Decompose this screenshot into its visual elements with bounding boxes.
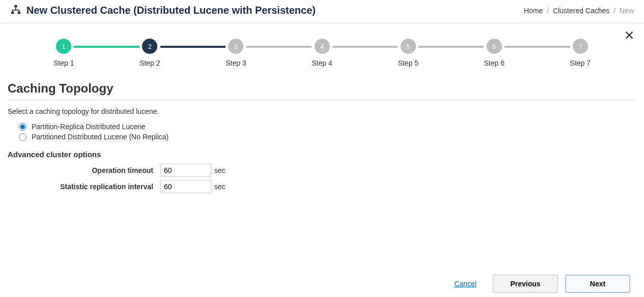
breadcrumb-current: New	[620, 7, 634, 15]
radio-partition-replica[interactable]	[19, 123, 26, 131]
statistic-interval-input[interactable]	[160, 180, 211, 193]
breadcrumb: Home / Clustered Caches / New	[524, 7, 634, 15]
radio-partition-replica-label[interactable]: Partition-Replica Distributed Lucene	[32, 123, 145, 131]
step-1[interactable]: 1 Step 1	[53, 39, 74, 67]
svg-rect-0	[14, 5, 17, 8]
breadcrumb-home[interactable]: Home	[524, 7, 543, 15]
sitemap-icon	[10, 4, 21, 17]
step-4[interactable]: 4 Step 4	[312, 39, 332, 67]
stepper: 1 Step 1 2 Step 2 3 Step 3 4 Step 4 5 St…	[8, 23, 636, 72]
page-header: New Clustered Cache (Distributed Lucene …	[0, 0, 644, 23]
advanced-options-title: Advanced cluster options	[8, 150, 636, 159]
section-title: Caching Topology	[8, 81, 636, 100]
close-icon[interactable]	[624, 29, 635, 42]
svg-rect-2	[18, 12, 20, 14]
operation-timeout-label: Operation timeout	[8, 166, 160, 174]
step-5[interactable]: 5 Step 5	[398, 39, 418, 67]
operation-timeout-unit: sec	[214, 166, 226, 174]
statistic-interval-unit: sec	[214, 183, 226, 191]
svg-rect-1	[11, 12, 14, 14]
previous-button[interactable]: Previous	[493, 275, 558, 293]
cancel-link[interactable]: Cancel	[454, 280, 477, 288]
step-3[interactable]: 3 Step 3	[226, 39, 246, 67]
wizard-footer: Cancel Previous Next	[8, 270, 636, 297]
step-6[interactable]: 6 Step 6	[484, 39, 504, 67]
step-2[interactable]: 2 Step 2	[139, 39, 160, 67]
radio-partitioned-no-replica[interactable]	[19, 133, 26, 141]
radio-partitioned-no-replica-label[interactable]: Partitioned Distributed Lucene (No Repli…	[32, 133, 169, 141]
topology-radio-group: Partition-Replica Distributed Lucene Par…	[19, 123, 636, 141]
operation-timeout-input[interactable]	[160, 164, 211, 177]
step-7[interactable]: 7 Step 7	[570, 39, 591, 67]
next-button[interactable]: Next	[565, 275, 630, 293]
page-title: New Clustered Cache (Distributed Lucene …	[26, 5, 316, 16]
statistic-interval-label: Statistic replication interval	[8, 183, 160, 191]
breadcrumb-clustered-caches[interactable]: Clustered Caches	[553, 7, 609, 15]
section-description: Select a caching topology for distribute…	[8, 107, 636, 115]
